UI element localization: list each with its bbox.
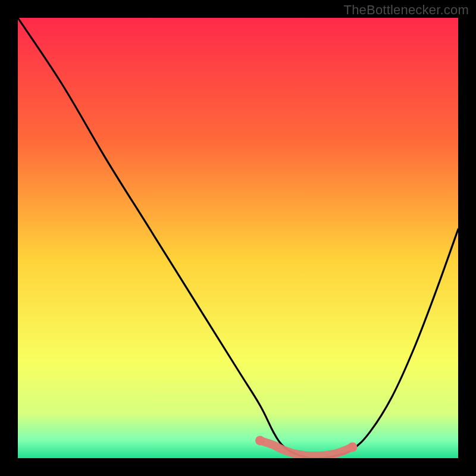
watermark-text: TheBottlenecker.com xyxy=(344,2,469,18)
gradient-background xyxy=(18,18,458,458)
bottleneck-chart xyxy=(18,18,458,458)
highlight-end-dot xyxy=(255,436,265,445)
highlight-end-dot xyxy=(347,443,357,452)
chart-stage: TheBottlenecker.com xyxy=(0,0,476,476)
